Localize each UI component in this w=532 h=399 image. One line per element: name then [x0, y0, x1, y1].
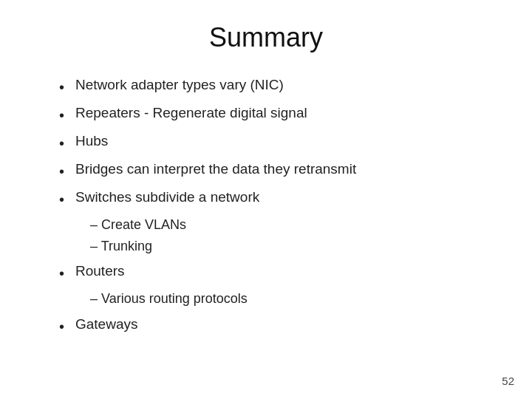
list-item: •Switches subdivide a network — [59, 188, 488, 210]
bullet-dot: • — [59, 189, 75, 210]
bullet-dot: • — [59, 105, 75, 126]
slide: Summary •Network adapter types vary (NIC… — [0, 0, 532, 399]
list-item: •Gateways — [59, 315, 488, 337]
sub-list-item: Trunking — [90, 237, 488, 256]
list-item: •Repeaters - Regenerate digital signal — [59, 103, 488, 126]
sub-list-container: Various routing protocols — [59, 290, 488, 308]
bullet-dot: • — [59, 263, 75, 284]
bullet-list: •Network adapter types vary (NIC)•Repeat… — [59, 75, 488, 337]
list-item-text: Network adapter types vary (NIC) — [75, 75, 284, 95]
list-item: •Bridges can interpret the data they ret… — [59, 160, 488, 182]
list-item-text: Repeaters - Regenerate digital signal — [75, 103, 307, 123]
list-item-text: Switches subdivide a network — [75, 188, 259, 208]
sub-list: Create VLANsTrunking — [90, 216, 488, 256]
list-item-text: Gateways — [75, 315, 137, 335]
list-item-text: Routers — [75, 262, 125, 282]
slide-title: Summary — [44, 22, 488, 53]
list-item-text: Hubs — [75, 132, 108, 151]
sub-list-container: Create VLANsTrunking — [59, 216, 488, 256]
bullet-dot: • — [59, 161, 75, 182]
bullet-dot: • — [59, 77, 75, 98]
sub-list: Various routing protocols — [90, 290, 488, 308]
list-item: •Routers — [59, 262, 488, 284]
sub-list-item: Various routing protocols — [90, 290, 488, 308]
list-item-text: Bridges can interpret the data they retr… — [75, 160, 356, 180]
page-number: 52 — [502, 375, 514, 387]
list-item: •Hubs — [59, 132, 488, 154]
list-item: •Network adapter types vary (NIC) — [59, 75, 488, 98]
bullet-dot: • — [59, 133, 75, 154]
bullet-dot: • — [59, 316, 75, 337]
sub-list-item: Create VLANs — [90, 216, 488, 234]
